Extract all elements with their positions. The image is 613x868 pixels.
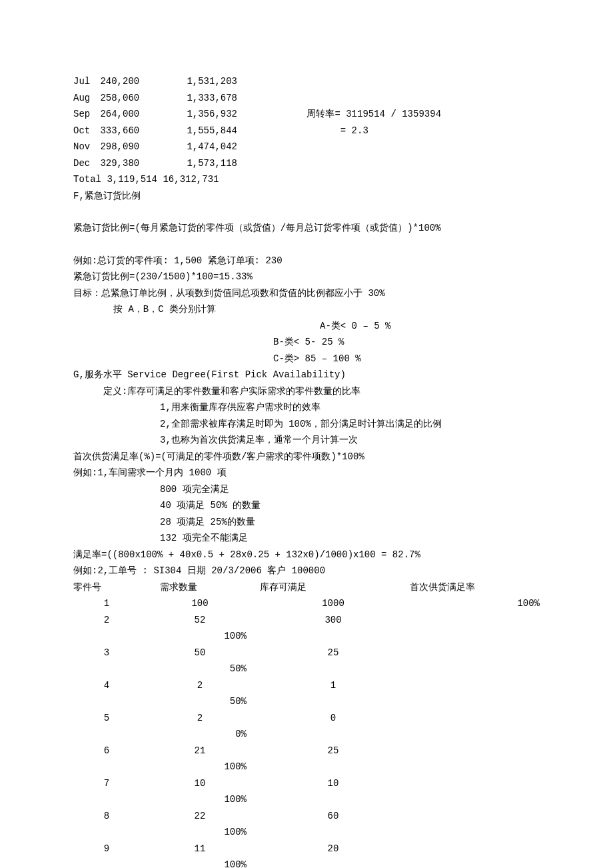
- value-1: 258,060: [100, 90, 187, 107]
- monthly-row: Oct 333,6601,555,844 = 2.3: [73, 123, 540, 139]
- table-row: 62125100%: [73, 743, 540, 775]
- example1-calc: 满足率=((800x100% + 40x0.5 + 28x0.25 + 132x…: [73, 547, 540, 563]
- month-label: Aug: [73, 90, 95, 107]
- monthly-row: Aug 258,0601,333,678: [73, 90, 540, 107]
- td-demand: 11: [140, 841, 260, 857]
- section-f-target: 目标：总紧急订单比例，从项数到货值同总项数和货值的比例都应小于 30%: [73, 285, 540, 302]
- section-f-title: F,紧急订货比例: [73, 188, 540, 205]
- class-c-line: C-类> 85 – 100 %: [273, 351, 540, 367]
- td-stock: 20: [260, 841, 406, 857]
- value-1: 264,000: [100, 106, 187, 123]
- table-header: 零件号需求数量库存可满足首次供货满足率: [73, 579, 540, 596]
- value-2: 1,555,844: [187, 123, 306, 139]
- td-demand: 10: [140, 775, 260, 792]
- row-note: 周转率= 3119514 / 1359394: [306, 106, 441, 123]
- table-row: 11001000100%: [73, 595, 540, 612]
- td-demand: 50: [140, 645, 260, 661]
- value-1: 298,090: [100, 139, 187, 155]
- td-part: 1: [73, 595, 140, 612]
- row-note: = 2.3: [306, 123, 368, 139]
- td-rate: 50%: [73, 693, 247, 710]
- td-rate: 0%: [73, 726, 247, 743]
- table-row: 5200%: [73, 710, 540, 743]
- table-body: 11001000100%252300100%3502550%42150%5200…: [73, 595, 540, 868]
- monthly-row: Jul 240,2001,531,203: [73, 73, 540, 90]
- value-1: 329,380: [100, 155, 187, 172]
- td-part: 9: [73, 841, 140, 857]
- section-g-formula: 首次供货满足率(%)=(可满足的零件项数/客户需求的零件项数)*100%: [73, 449, 540, 465]
- td-demand: 2: [140, 710, 260, 727]
- td-part: 7: [73, 775, 140, 792]
- value-2: 1,474,042: [187, 139, 306, 155]
- table-row: 82260100%: [73, 808, 540, 841]
- td-part: 8: [73, 808, 140, 825]
- section-g-point1: 1,用来衡量库存供应客户需求时的效率: [73, 399, 540, 416]
- example1-line2: 40 项满足 50% 的数量: [73, 497, 540, 514]
- td-part: 5: [73, 710, 140, 727]
- td-demand: 52: [140, 612, 260, 629]
- td-stock: 10: [260, 775, 406, 792]
- class-b-line: B-类< 5- 25 %: [273, 334, 540, 351]
- td-rate: 100%: [73, 857, 247, 868]
- section-f-byclass: 按 A，B，C 类分别计算: [73, 301, 540, 318]
- value-1: 333,660: [100, 123, 187, 139]
- td-stock: 0: [260, 710, 406, 727]
- td-part: 4: [73, 677, 140, 694]
- td-stock: 25: [260, 645, 406, 661]
- value-2: 1,573,118: [187, 155, 306, 172]
- example1-line4: 132 项完全不能满足: [73, 530, 540, 547]
- table-row: 42150%: [73, 677, 540, 710]
- value-2: 1,356,932: [187, 106, 306, 123]
- example1-head: 例如:1,车间需求一个月内 1000 项: [73, 465, 540, 481]
- section-f-formula: 紧急订货比例=(每月紧急订货的零件项（或货值）/每月总订货零件项（或货值）)*1…: [73, 220, 540, 237]
- table-row: 71010100%: [73, 775, 540, 808]
- monthly-total: Total 3,119,514 16,312,731: [73, 171, 540, 188]
- monthly-data-block: Jul 240,2001,531,203 Aug 258,0601,333,67…: [73, 73, 540, 188]
- monthly-row: Sep 264,0001,356,932周转率= 3119514 / 13593…: [73, 106, 540, 123]
- td-stock: 300: [260, 612, 406, 629]
- section-g-point3: 3,也称为首次供货满足率，通常一个月计算一次: [73, 432, 540, 449]
- td-rate: 100%: [73, 759, 247, 775]
- td-rate: 100%: [406, 595, 540, 612]
- example1-line3: 28 项满足 25%的数量: [73, 514, 540, 531]
- spacer: [73, 204, 540, 220]
- td-demand: 21: [140, 743, 260, 759]
- month-label: Jul: [73, 73, 95, 90]
- th-demand: 需求数量: [160, 579, 260, 596]
- example1-line1: 800 项完全满足: [73, 481, 540, 498]
- value-1: 240,200: [100, 73, 187, 90]
- month-label: Dec: [73, 155, 95, 172]
- section-g-def: 定义:库存可满足的零件数量和客户实际需求的零件数量的比率: [73, 383, 540, 400]
- td-rate: 100%: [73, 628, 247, 645]
- td-demand: 22: [140, 808, 260, 825]
- td-part: 2: [73, 612, 140, 629]
- table-row: 91120100%: [73, 841, 540, 869]
- td-stock: 60: [260, 808, 406, 825]
- td-demand: 100: [140, 595, 260, 612]
- value-2: 1,531,203: [187, 73, 306, 90]
- th-rate: 首次供货满足率: [410, 579, 475, 596]
- td-stock: 25: [260, 743, 406, 759]
- td-rate: 100%: [73, 791, 247, 808]
- monthly-row: Dec 329,3801,573,118: [73, 155, 540, 172]
- td-demand: 2: [140, 677, 260, 694]
- section-f-example1: 例如:总订货的零件项: 1,500 紧急订单项: 230: [73, 253, 540, 269]
- table-row: 252300100%: [73, 612, 540, 645]
- section-f-example2: 紧急订货比例=(230/1500)*100=15.33%: [73, 269, 540, 285]
- class-a-line: A-类< 0 – 5 %: [320, 318, 540, 335]
- td-stock: 1: [260, 677, 406, 694]
- th-stock: 库存可满足: [260, 579, 410, 596]
- td-part: 6: [73, 743, 140, 759]
- month-label: Nov: [73, 139, 95, 155]
- month-label: Oct: [73, 123, 95, 139]
- example2-head: 例如:2,工单号 : SI304 日期 20/3/2006 客户 100000: [73, 563, 540, 579]
- table-row: 3502550%: [73, 645, 540, 677]
- td-stock: 1000: [260, 595, 406, 612]
- spacer: [73, 237, 540, 253]
- section-g-point2: 2,全部需求被库存满足时即为 100%，部分满足时计算出满足的比例: [73, 416, 540, 433]
- td-part: 3: [73, 645, 140, 661]
- month-label: Sep: [73, 106, 95, 123]
- value-2: 1,333,678: [187, 90, 306, 107]
- td-rate: 50%: [73, 661, 247, 677]
- section-g-title: G,服务水平 Service Degree(First Pick Availab…: [73, 367, 540, 383]
